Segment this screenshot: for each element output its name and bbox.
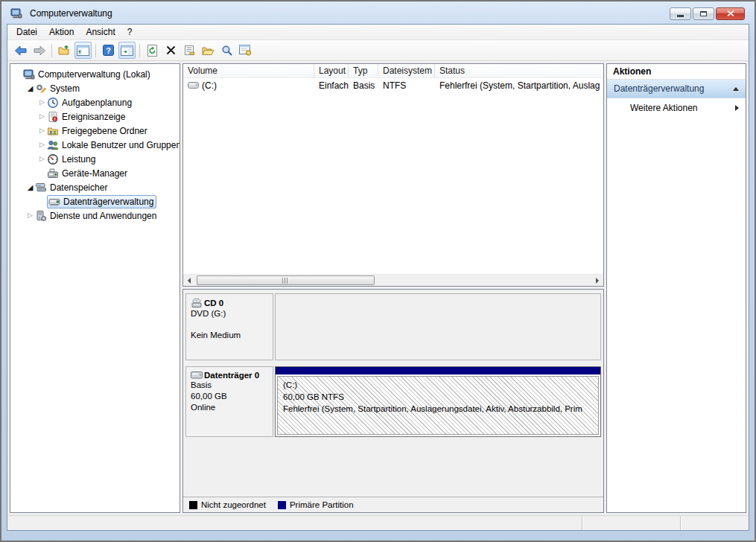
task-scheduler-icon <box>47 97 59 109</box>
tree-item-label: Datenspeicher <box>50 182 107 193</box>
menu-aktion[interactable]: Aktion <box>43 25 80 39</box>
tree-item-computerverwaltung-lokal[interactable]: Computerverwaltung (Lokal) <box>10 67 180 81</box>
cd-label-box[interactable]: CD 0 DVD (G:) Kein Medium <box>185 293 273 360</box>
console-tree-toggle-button[interactable] <box>74 42 92 59</box>
column-header-volume[interactable]: Volume <box>183 64 314 77</box>
disk-type: Basis <box>191 380 268 391</box>
disk-status: Online <box>191 402 268 413</box>
window-content-frame: Datei Aktion Ansicht ? ? <box>7 24 749 531</box>
expander-collapsed-icon[interactable]: ▷ <box>37 124 47 138</box>
menu-ansicht[interactable]: Ansicht <box>80 25 121 39</box>
tree-item-label: Datenträgerverwaltung <box>63 197 153 207</box>
actions-section-header[interactable]: Datenträgerverwaltung <box>607 80 746 98</box>
tree-item-lokale-benutzer-und-gruppen[interactable]: ▷ Lokale Benutzer und Gruppen <box>10 138 180 152</box>
help-button[interactable]: ? <box>100 42 117 59</box>
disk-title: Datenträger 0 <box>204 371 259 380</box>
delete-icon <box>166 45 176 55</box>
expander-expanded-icon[interactable]: ◢ <box>25 81 35 95</box>
scroll-left-button[interactable] <box>183 275 195 286</box>
column-header-layout[interactable]: Layout <box>314 64 349 77</box>
unallocated-swatch-icon <box>189 501 197 509</box>
volume-row-c[interactable]: (C:) Einfach Basis NTFS Fehlerfrei (Syst… <box>183 78 603 92</box>
column-header-dateisystem[interactable]: Dateisystem <box>378 64 435 77</box>
back-button[interactable] <box>12 42 29 59</box>
snapin-help-icon <box>239 45 252 56</box>
close-button[interactable] <box>716 7 745 20</box>
partition-legend: Nicht zugeordnet Primäre Partition <box>183 497 603 512</box>
tree-selection: Datenträgerverwaltung <box>47 195 156 208</box>
open-folder-icon <box>202 45 215 56</box>
cd-canvas-empty[interactable] <box>275 293 601 360</box>
expander-expanded-icon[interactable]: ◢ <box>25 180 35 194</box>
up-level-icon <box>58 45 71 56</box>
open-folder-button[interactable] <box>200 42 217 59</box>
tree-item-dienste-und-anwendungen[interactable]: ▷ Dienste und Anwendungen <box>10 208 180 223</box>
find-icon <box>221 45 233 57</box>
tree-item-label: Ereignisanzeige <box>62 112 125 122</box>
snapin-help-button[interactable] <box>237 42 254 59</box>
cd-row: CD 0 DVD (G:) Kein Medium <box>185 293 601 360</box>
services-icon <box>35 210 47 222</box>
expander-collapsed-icon[interactable]: ▷ <box>37 138 47 152</box>
tree-item-geraete-manager[interactable]: Geräte-Manager <box>10 166 180 180</box>
volume-list-header: Volume Layout Typ Dateisystem Status <box>183 64 603 78</box>
maximize-icon <box>700 11 707 16</box>
menu-help[interactable]: ? <box>121 25 139 39</box>
volume-layout: Einfach <box>314 80 349 91</box>
delete-button[interactable] <box>162 42 180 59</box>
legend-label: Primäre Partition <box>290 500 354 509</box>
partition-c-body[interactable]: (C:) 60,00 GB NTFS Fehlerfrei (System, S… <box>277 376 599 435</box>
expander-collapsed-icon[interactable]: ▷ <box>25 208 35 223</box>
column-header-typ[interactable]: Typ <box>349 64 378 77</box>
disk-0-row: Datenträger 0 Basis 60,00 GB Online (C:)… <box>185 366 601 437</box>
volume-status: Fehlerfrei (System, Startpartition, Ausl… <box>435 80 603 91</box>
statusbar <box>7 515 749 530</box>
scroll-right-button[interactable] <box>591 275 603 286</box>
partition-c[interactable]: (C:) 60,00 GB NTFS Fehlerfrei (System, S… <box>275 366 601 437</box>
minimize-button[interactable] <box>670 7 691 20</box>
storage-icon <box>35 182 47 194</box>
expander-collapsed-icon[interactable]: ▷ <box>37 95 47 109</box>
tree-item-datenspeicher[interactable]: ◢ Datenspeicher <box>10 180 180 194</box>
tree-item-datentraegerverwaltung[interactable]: Datenträgerverwaltung <box>10 194 180 208</box>
tree-item-aufgabenplanung[interactable]: ▷ Aufgabenplanung <box>10 95 180 109</box>
column-header-status[interactable]: Status <box>435 64 603 77</box>
up-level-button[interactable] <box>56 42 73 59</box>
scroll-left-icon <box>188 278 191 284</box>
action-pane-toggle-button[interactable] <box>118 42 136 59</box>
actions-pane-title: Aktionen <box>607 64 746 80</box>
scrollbar-thumb[interactable] <box>197 275 375 285</box>
disk-0-label-box[interactable]: Datenträger 0 Basis 60,00 GB Online <box>185 366 273 437</box>
local-users-icon <box>47 139 59 151</box>
menu-datei[interactable]: Datei <box>10 25 43 39</box>
tree-item-leistung[interactable]: ▷ Leistung <box>10 152 180 166</box>
find-button[interactable] <box>218 42 235 59</box>
forward-button[interactable] <box>31 42 48 59</box>
event-viewer-icon <box>47 111 59 123</box>
action-pane-toggle-icon <box>121 45 133 56</box>
weitere-aktionen-item[interactable]: Weitere Aktionen <box>607 98 746 117</box>
collapse-section-icon[interactable] <box>733 87 739 91</box>
expander-collapsed-icon[interactable]: ▷ <box>37 152 47 166</box>
properties-button[interactable] <box>181 42 198 59</box>
scrollbar-track[interactable] <box>195 275 591 286</box>
expander-collapsed-icon[interactable]: ▷ <box>37 109 47 124</box>
volume-list-pane: Volume Layout Typ Dateisystem Status (C:… <box>182 63 604 287</box>
partition-size-fs: 60,00 GB NTFS <box>283 391 595 403</box>
weitere-aktionen-label: Weitere Aktionen <box>630 103 735 113</box>
app-icon <box>10 7 22 19</box>
horizontal-scrollbar[interactable] <box>183 274 603 286</box>
performance-icon <box>47 153 59 165</box>
console-tree-pane: Computerverwaltung (Lokal) ◢ System ▷ Au… <box>10 63 180 513</box>
maximize-button[interactable] <box>693 7 714 20</box>
tree-item-freigegebene-ordner[interactable]: ▷ Freigegebene Ordner <box>10 124 180 138</box>
legend-label: Nicht zugeordnet <box>201 500 266 509</box>
scroll-right-icon <box>596 278 599 284</box>
tree-item-system[interactable]: ◢ System <box>10 81 180 95</box>
actions-section-label: Datenträgerverwaltung <box>614 83 733 94</box>
tree-item-ereignisanzeige[interactable]: ▷ Ereignisanzeige <box>10 109 180 124</box>
refresh-button[interactable] <box>144 42 161 59</box>
center-column: Volume Layout Typ Dateisystem Status (C:… <box>182 63 604 513</box>
disk-size: 60,00 GB <box>191 391 268 402</box>
console-tree-toggle-icon <box>77 45 89 56</box>
